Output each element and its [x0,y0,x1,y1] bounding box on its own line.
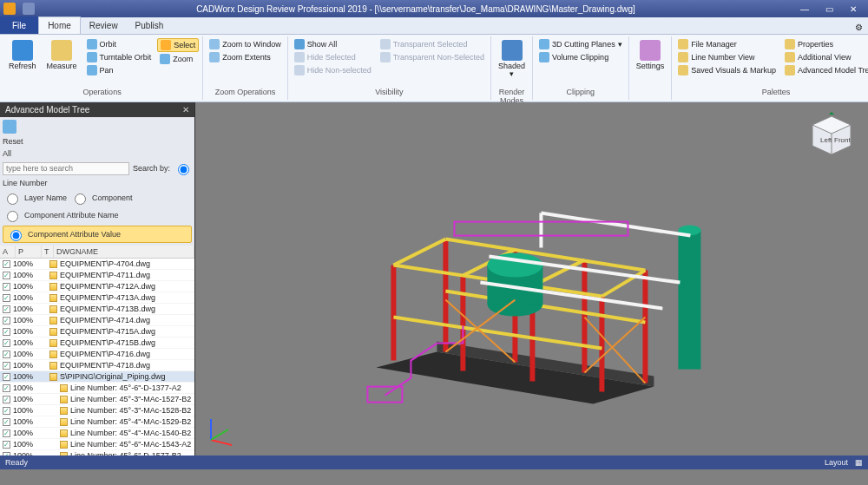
component-radio[interactable] [75,193,86,205]
gear-icon [640,40,661,61]
status-layout[interactable]: Layout [825,458,848,467]
help-icon[interactable]: ⚙ [850,21,868,34]
checkbox[interactable] [3,396,10,403]
checkbox[interactable] [3,452,10,456]
tree-row[interactable]: 100% EQUIPMENT\P-4715A.dwg [0,326,194,338]
checkbox[interactable] [3,373,10,381]
line-number-view-button[interactable]: Line Number View [675,51,779,63]
pan-button[interactable]: Pan [84,64,155,76]
opacity-value: 100% [13,259,39,268]
tree-row[interactable]: 100% Line Number: 45°-6"-D-1377-A2 [0,383,194,394]
panel-title-bar[interactable]: Advanced Model Tree ✕ [0,102,194,117]
checkbox[interactable] [3,429,10,437]
tree-row[interactable]: 100% Line Number: 45°-6"-D-1577-B2 [0,450,194,456]
row-name: EQUIPMENT\P-4713A.dwg [60,293,155,302]
cutting-planes-button[interactable]: 3D Cutting Planes ▾ [536,38,625,50]
tab-review[interactable]: Review [81,16,127,34]
line-number-radio[interactable] [178,164,189,175]
tree-row[interactable]: 100% Line Number: 45°-4"-MAc-1529-B2 [0,416,194,428]
orbit-button[interactable]: Orbit [84,38,155,50]
file-manager-button[interactable]: File Manager [675,38,779,50]
tsel-button[interactable]: Transparent Selected [378,38,487,50]
volume-clip-button[interactable]: Volume Clipping [536,51,625,63]
all-link[interactable]: All [3,149,11,158]
checkbox[interactable] [3,339,10,347]
advanced-model-tree-button[interactable]: Advanced Model Tree [782,64,868,76]
checkbox[interactable] [3,328,10,336]
group-label: Render Modes [495,88,529,98]
minimize-button[interactable]: — [793,2,816,16]
checkbox[interactable] [3,351,10,358]
tree-row[interactable]: 100% Line Number: 45°-3"-MAc-1527-B2 [0,394,194,405]
tnon-button[interactable]: Transparent Non-Selected [378,51,487,63]
3d-viewport[interactable]: Left Front [195,102,868,456]
tree-row[interactable]: 100% EQUIPMENT\P-4714.dwg [0,315,194,326]
checkbox[interactable] [3,384,10,392]
zoom-button[interactable]: Zoom [157,53,199,65]
checkbox[interactable] [3,272,10,279]
layer-icon [60,429,68,437]
turntable-icon [87,52,97,62]
saved-visuals-button[interactable]: Saved Visuals & Markup [675,64,779,76]
tree-row[interactable]: 100% EQUIPMENT\P-4715B.dwg [0,338,194,349]
tree-row[interactable]: 100% EQUIPMENT\P-4716.dwg [0,349,194,360]
comp-attr-value-radio[interactable] [10,230,22,241]
tree-row[interactable]: 100% S\PIPING\Original_Piping.dwg [0,371,194,383]
tree-row[interactable]: 100% Line Number: 45°-4"-MAc-1540-B2 [0,428,194,439]
tab-home[interactable]: Home [38,16,81,34]
checkbox[interactable] [3,418,10,426]
properties-button[interactable]: Properties [782,38,868,50]
tab-publish[interactable]: Publish [127,16,173,34]
checkbox[interactable] [3,407,10,415]
layer-icon [60,384,68,392]
layer-icon [60,452,68,456]
tree-row[interactable]: 100% EQUIPMENT\P-4718.dwg [0,360,194,371]
layer-icon [49,339,57,347]
tree-row[interactable]: 100% EQUIPMENT\P-4713B.dwg [0,304,194,315]
layer-name-radio[interactable] [7,193,18,205]
showall-button[interactable]: Show All [292,38,374,50]
maximize-button[interactable]: ▭ [818,2,840,16]
refresh-button[interactable]: Refresh [5,38,40,72]
zoom-window-button[interactable]: Zoom to Window [207,38,284,50]
model-tree[interactable]: A P T DWGNAME 100% EQUIPMENT\P-4704.dwg … [0,246,194,456]
tree-row[interactable]: 100% EQUIPMENT\P-4713A.dwg [0,292,194,304]
tree-row[interactable]: 100% Line Number: 45°-3"-MAc-1528-B2 [0,405,194,416]
row-name: S\PIPING\Original_Piping.dwg [60,372,166,381]
opacity-value: 100% [13,282,39,291]
comp-attr-name-radio[interactable] [7,211,18,222]
close-button[interactable]: ✕ [842,2,865,16]
reset-link[interactable]: Reset [3,137,23,146]
shaded-button[interactable]: Shaded ▾ [495,38,529,80]
opacity-value: 100% [13,417,39,426]
hidesel-button[interactable]: Hide Selected [292,51,374,63]
search-input[interactable] [3,162,129,175]
tab-file[interactable]: File [0,16,38,34]
hidenonsel-button[interactable]: Hide Non-selected [292,64,374,76]
checkbox[interactable] [3,283,10,291]
qat-button[interactable] [23,3,35,15]
settings-button[interactable]: Settings [633,38,668,72]
tree-row[interactable]: 100% EQUIPMENT\P-4711.dwg [0,270,194,281]
view-icon [785,52,795,62]
checkbox[interactable] [3,305,10,313]
measure-button[interactable]: Measure [43,38,81,72]
cube-icon[interactable] [3,120,16,134]
additional-view-button[interactable]: Additional View [782,51,868,63]
tree-row[interactable]: 100% Line Number: 45°-6"-MAc-1543-A2 [0,439,194,450]
status-icon[interactable]: ▦ [855,458,863,467]
tree-row[interactable]: 100% EQUIPMENT\P-4704.dwg [0,259,194,270]
checkbox[interactable] [3,362,10,370]
row-name: EQUIPMENT\P-4715B.dwg [60,338,155,347]
opacity-value: 100% [13,327,39,336]
panel-close-icon[interactable]: ✕ [182,105,189,115]
view-cube[interactable]: Left Front [806,109,858,161]
checkbox[interactable] [3,260,10,268]
select-button[interactable]: Select [157,38,199,52]
turntable-button[interactable]: Turntable Orbit [84,51,155,63]
checkbox[interactable] [3,317,10,324]
zoom-extents-button[interactable]: Zoom Extents [207,51,284,63]
checkbox[interactable] [3,441,10,449]
checkbox[interactable] [3,294,10,302]
tree-row[interactable]: 100% EQUIPMENT\P-4712A.dwg [0,281,194,292]
